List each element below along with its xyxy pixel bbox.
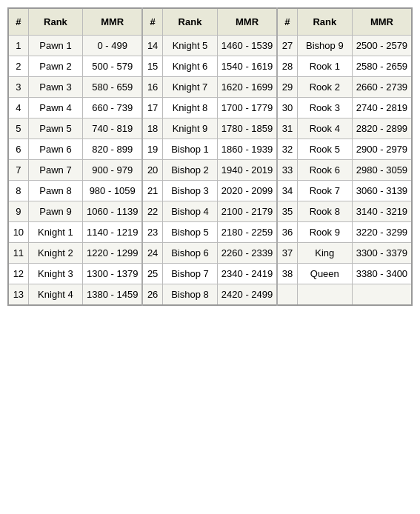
- cell-mmr3: 2740 - 2819: [352, 98, 412, 119]
- cell-mmr1: 500 - 579: [83, 56, 143, 77]
- table-row: 5Pawn 5740 - 81918Knight 91780 - 185931R…: [8, 119, 412, 139]
- col-header-num3: #: [277, 8, 297, 36]
- cell-mmr1: 900 - 979: [83, 160, 143, 181]
- cell-num3: 28: [277, 56, 297, 77]
- cell-rank3: Queen: [297, 264, 352, 284]
- cell-rank1: Pawn 2: [28, 56, 82, 77]
- cell-num3: 38: [277, 264, 297, 284]
- cell-num3: 35: [277, 201, 297, 222]
- cell-rank2: Knight 5: [162, 36, 217, 56]
- cell-num1: 9: [8, 201, 28, 222]
- cell-mmr3: 2820 - 2899: [352, 119, 412, 139]
- cell-rank2: Bishop 1: [162, 139, 217, 160]
- cell-rank2: Knight 7: [162, 77, 217, 98]
- cell-rank1: Knight 4: [28, 284, 82, 306]
- cell-num1: 12: [8, 264, 28, 284]
- cell-rank1: Pawn 8: [28, 181, 82, 201]
- table-row: 2Pawn 2500 - 57915Knight 61540 - 161928R…: [8, 56, 412, 77]
- table-row: 13Knight 41380 - 145926Bishop 82420 - 24…: [8, 284, 412, 306]
- cell-mmr1: 820 - 899: [83, 139, 143, 160]
- cell-num1: 13: [8, 284, 28, 306]
- cell-num2: 25: [142, 264, 162, 284]
- header-row: # Rank MMR # Rank MMR # Rank MMR: [8, 8, 412, 36]
- table-row: 11Knight 21220 - 129924Bishop 62260 - 23…: [8, 243, 412, 264]
- cell-num1: 11: [8, 243, 28, 264]
- cell-mmr1: 1140 - 1219: [83, 222, 143, 243]
- cell-num3: 31: [277, 119, 297, 139]
- cell-mmr3: 3140 - 3219: [352, 201, 412, 222]
- cell-mmr1: 660 - 739: [83, 98, 143, 119]
- cell-rank3: Rook 2: [297, 77, 352, 98]
- cell-num1: 6: [8, 139, 28, 160]
- cell-num1: 4: [8, 98, 28, 119]
- cell-num1: 2: [8, 56, 28, 77]
- cell-rank2: Bishop 3: [162, 181, 217, 201]
- cell-num2: 14: [142, 36, 162, 56]
- cell-num1: 8: [8, 181, 28, 201]
- cell-rank1: Pawn 9: [28, 201, 82, 222]
- cell-mmr2: 1460 - 1539: [218, 36, 278, 56]
- cell-num3: 34: [277, 181, 297, 201]
- cell-rank1: Knight 3: [28, 264, 82, 284]
- cell-rank1: Pawn 4: [28, 98, 82, 119]
- cell-rank3: [297, 284, 352, 306]
- col-header-mmr3: MMR: [352, 8, 412, 36]
- cell-mmr3: 2500 - 2579: [352, 36, 412, 56]
- cell-rank3: Rook 8: [297, 201, 352, 222]
- table-row: 7Pawn 7900 - 97920Bishop 21940 - 201933R…: [8, 160, 412, 181]
- cell-rank3: Rook 7: [297, 181, 352, 201]
- cell-mmr2: 2180 - 2259: [218, 222, 278, 243]
- cell-rank1: Pawn 5: [28, 119, 82, 139]
- cell-mmr2: 1540 - 1619: [218, 56, 278, 77]
- cell-num3: 36: [277, 222, 297, 243]
- cell-mmr2: 1620 - 1699: [218, 77, 278, 98]
- cell-rank2: Bishop 2: [162, 160, 217, 181]
- cell-mmr3: 2900 - 2979: [352, 139, 412, 160]
- cell-mmr1: 0 - 499: [83, 36, 143, 56]
- col-header-mmr1: MMR: [83, 8, 143, 36]
- cell-rank3: Rook 1: [297, 56, 352, 77]
- cell-num2: 20: [142, 160, 162, 181]
- cell-mmr3: 3060 - 3139: [352, 181, 412, 201]
- cell-mmr3: 3220 - 3299: [352, 222, 412, 243]
- col-header-num1: #: [8, 8, 28, 36]
- cell-num3: 29: [277, 77, 297, 98]
- cell-num2: 23: [142, 222, 162, 243]
- cell-rank3: Rook 5: [297, 139, 352, 160]
- cell-rank1: Pawn 7: [28, 160, 82, 181]
- cell-mmr1: 1300 - 1379: [83, 264, 143, 284]
- cell-rank2: Knight 6: [162, 56, 217, 77]
- col-header-num2: #: [142, 8, 162, 36]
- cell-mmr2: 1780 - 1859: [218, 119, 278, 139]
- cell-num3: [277, 284, 297, 306]
- col-header-rank1: Rank: [28, 8, 82, 36]
- col-header-rank3: Rank: [297, 8, 352, 36]
- cell-rank1: Knight 2: [28, 243, 82, 264]
- cell-num1: 10: [8, 222, 28, 243]
- cell-rank1: Pawn 6: [28, 139, 82, 160]
- cell-mmr2: 2340 - 2419: [218, 264, 278, 284]
- cell-rank2: Bishop 4: [162, 201, 217, 222]
- cell-num1: 5: [8, 119, 28, 139]
- cell-rank1: Pawn 3: [28, 77, 82, 98]
- cell-mmr2: 1700 - 1779: [218, 98, 278, 119]
- cell-mmr3: 3380 - 3400: [352, 264, 412, 284]
- cell-mmr1: 1220 - 1299: [83, 243, 143, 264]
- cell-num2: 18: [142, 119, 162, 139]
- cell-mmr3: 2980 - 3059: [352, 160, 412, 181]
- col-header-mmr2: MMR: [218, 8, 278, 36]
- cell-rank1: Knight 1: [28, 222, 82, 243]
- cell-num3: 30: [277, 98, 297, 119]
- cell-rank3: Rook 9: [297, 222, 352, 243]
- cell-rank3: Bishop 9: [297, 36, 352, 56]
- table-row: 4Pawn 4660 - 73917Knight 81700 - 177930R…: [8, 98, 412, 119]
- cell-num3: 32: [277, 139, 297, 160]
- table-row: 12Knight 31300 - 137925Bishop 72340 - 24…: [8, 264, 412, 284]
- cell-mmr3: [352, 284, 412, 306]
- cell-rank1: Pawn 1: [28, 36, 82, 56]
- cell-num2: 26: [142, 284, 162, 306]
- cell-rank3: Rook 6: [297, 160, 352, 181]
- cell-mmr3: 3300 - 3379: [352, 243, 412, 264]
- cell-num3: 33: [277, 160, 297, 181]
- table-row: 6Pawn 6820 - 89919Bishop 11860 - 193932R…: [8, 139, 412, 160]
